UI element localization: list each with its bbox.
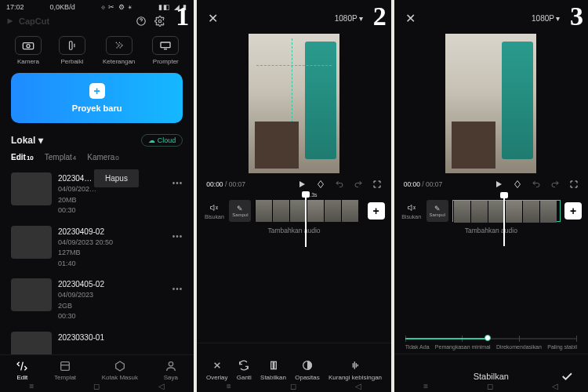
nav-template[interactable]: Templat [54,360,76,381]
fullscreen-icon[interactable] [569,180,579,189]
plus-icon: + [89,83,105,99]
confirm-label: Stabilkan [474,372,509,381]
play-icon[interactable] [494,180,503,189]
project-tabs: Edit10 Templat4 Kamera0 [0,153,194,168]
action-denoise[interactable]: Kurangi kebisingan [328,359,382,381]
slider-knob[interactable] [485,335,491,341]
step-number: 1 [176,2,189,31]
status-bar: 17:02 0,0KB/d ⟐ ✂ ⚙ ☀ ▮◧ ◢ ▮ [0,0,194,13]
tool-camera[interactable]: Kamera [15,36,42,65]
separator [394,354,588,354]
video-preview[interactable] [445,34,536,173]
add-clip-button[interactable]: + [564,202,582,220]
svg-rect-4 [69,42,72,50]
action-opacity[interactable]: Opasitas [295,359,320,381]
clip-frame[interactable] [505,201,522,223]
project-list: 202304… 04/09/202… 20MB 00:30 Hapus ••• … [0,168,194,369]
cover-button[interactable]: ✎ Sampul [426,200,448,222]
svg-point-3 [27,45,30,48]
tab-template[interactable]: Templat4 [45,153,76,162]
clip-frame[interactable] [272,200,289,222]
tool-caption[interactable]: Keterangan [103,36,135,65]
redo-icon[interactable] [354,180,363,189]
clip-frame[interactable] [522,201,539,223]
time-display: 00:00 / 00:07 [404,180,443,188]
separator [197,343,390,343]
action-stabilize[interactable]: Stabilkan [260,359,286,381]
more-icon[interactable]: ••• [172,179,183,187]
clip-frame[interactable] [488,201,505,223]
keyframe-icon[interactable] [316,180,325,189]
add-clip-button[interactable]: + [368,202,385,220]
fullscreen-icon[interactable] [372,180,382,189]
more-icon[interactable]: ••• [172,285,183,293]
clip-frame[interactable] [255,200,272,222]
svg-point-7 [169,362,172,366]
nav-edit[interactable]: Edit [16,360,28,381]
help-icon[interactable] [136,16,147,27]
project-item[interactable]: 20230405-02 04/09/2023 2GB 00:30 ••• [8,274,186,327]
time-display: 00:00 / 00:07 [206,180,245,188]
action-replace[interactable]: Ganti [237,359,252,381]
clip-actions: Overlay Ganti Stabilkan Opasitas Kurangi… [197,353,390,381]
clip-track[interactable]: 5.3s [255,200,363,222]
android-nav: ≡◻◁ [197,382,390,390]
project-thumb [11,172,52,205]
clip-frame[interactable] [470,201,488,223]
resolution-dropdown[interactable]: 1080P ▾ [335,14,363,23]
clip-track[interactable] [452,200,561,222]
mute-toggle[interactable]: Bisukan [401,202,423,220]
undo-icon[interactable] [335,180,344,189]
step-number: 3 [570,2,583,31]
bottom-nav: Edit Templat Kotak Masuk Saya [0,354,194,381]
close-icon[interactable]: ✕ [208,11,218,26]
tool-prompter[interactable]: Prompter [152,36,179,65]
tab-edit[interactable]: Edit10 [11,153,34,162]
clip-frame[interactable] [289,200,307,222]
confirm-bar: Stabilkan [394,364,588,381]
settings-icon[interactable] [154,16,165,27]
cover-button[interactable]: ✎ Sampul [229,200,251,222]
playback-controls: 00:00 / 00:07 [197,178,390,195]
clip-frame[interactable] [453,201,470,223]
clip-frame[interactable] [539,201,557,223]
video-preview[interactable] [249,34,339,173]
clip-frame[interactable] [341,200,358,222]
tool-row: Kamera Perbaiki Keterangan Prompter [0,31,194,73]
tab-camera[interactable]: Kamera0 [87,153,118,162]
project-item[interactable]: 20230409-02 04/09/2023 20:50 127MB 01:40… [8,221,186,274]
redo-icon[interactable] [550,180,560,189]
project-item[interactable]: 202304… 04/09/202… 20MB 00:30 Hapus ••• [8,168,186,221]
delete-popup[interactable]: Hapus [94,169,139,187]
slider-labels: Tidak Ada Pemangkasan minimal Direkomend… [405,344,577,350]
mute-toggle[interactable]: Bisukan [203,202,225,220]
new-project-button[interactable]: + Proyek baru [11,73,183,123]
cloud-button[interactable]: ☁ Cloud [141,134,183,147]
keyframe-icon[interactable] [513,180,522,189]
svg-rect-8 [270,361,273,368]
add-audio-hint[interactable]: Tambahkan audio [401,222,582,245]
playhead[interactable] [305,195,307,247]
tool-enhance[interactable]: Perbaiki [59,36,85,65]
status-time: 17:02 [6,3,24,11]
nav-me[interactable]: Saya [164,360,178,381]
more-icon[interactable]: ••• [172,232,183,241]
timeline: Bisukan ✎ Sampul + Tambahkan audio [394,195,588,247]
editor-screen: 2 ✕ 1080P ▾ 00:00 / 00:07 Bisukan ✎ Samp… [197,0,390,392]
add-audio-hint[interactable]: Tambahkan audio [203,222,384,245]
svg-rect-6 [61,362,70,371]
local-label[interactable]: Lokal ▾ [11,135,43,146]
slider-fill [405,338,488,339]
close-icon[interactable]: ✕ [405,11,416,26]
undo-icon[interactable] [532,180,541,189]
play-icon[interactable] [297,180,307,189]
clip-frame[interactable] [324,200,341,222]
clip-frame[interactable] [307,200,324,222]
nav-inbox[interactable]: Kotak Masuk [102,360,138,381]
editor-header: ✕ 1080P ▾ [394,0,588,31]
playback-controls: 00:00 / 00:07 [394,178,588,195]
playhead[interactable] [503,196,505,246]
action-overlay[interactable]: Overlay [206,359,228,381]
resolution-dropdown[interactable]: 1080P ▾ [532,14,560,23]
stabilize-slider[interactable] [405,338,577,339]
